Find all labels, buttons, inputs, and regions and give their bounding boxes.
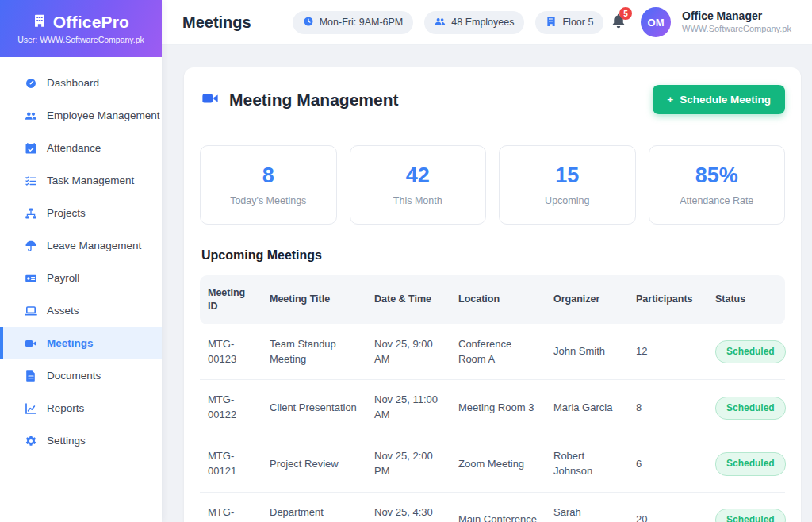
topbar-right: 5 OM Office Manager WWW.SoftwareCompany.… xyxy=(611,7,791,37)
main-content: Meeting Management + Schedule Meeting 8 … xyxy=(162,45,812,522)
floor-badge: Floor 5 xyxy=(535,11,603,34)
building-icon xyxy=(546,16,557,29)
dashboard-icon xyxy=(24,76,37,90)
app-root: OfficePro User: WWW.SoftwareCompany.pk D… xyxy=(0,0,812,522)
meeting-location: Zoom Meeting xyxy=(450,444,546,485)
office-hours-badge: Mon-Fri: 9AM-6PM xyxy=(293,11,414,34)
col-participants: Participants xyxy=(628,282,707,317)
sidebar-item-label: Task Management xyxy=(47,175,134,186)
sidebar-item-settings[interactable]: Settings xyxy=(0,424,162,457)
meeting-location: Meeting Room 3 xyxy=(450,388,546,428)
tasks-list-icon xyxy=(24,174,37,187)
meeting-title: Client Presentation xyxy=(262,388,366,428)
table-row[interactable]: MTG-00122 Client Presentation Nov 25, 11… xyxy=(200,380,785,436)
meeting-organizer: John Smith xyxy=(546,332,628,372)
sidebar-item-leave-management[interactable]: Leave Management xyxy=(0,229,162,262)
stat-label: Attendance Rate xyxy=(680,195,753,206)
sidebar-item-payroll[interactable]: Payroll xyxy=(0,262,162,294)
leave-umbrella-icon xyxy=(24,239,37,252)
avatar[interactable]: OM xyxy=(641,7,671,37)
status-badge: Scheduled xyxy=(715,452,786,475)
meeting-id: MTG-00121 xyxy=(200,436,262,492)
upcoming-meetings-title: Upcoming Meetings xyxy=(201,248,785,263)
meeting-participants: 12 xyxy=(628,332,707,372)
reports-chart-icon xyxy=(24,401,37,415)
table-row[interactable]: MTG-00121 Project Review Nov 25, 2:00 PM… xyxy=(200,436,785,493)
stat-label: Today's Meetings xyxy=(230,195,306,206)
meeting-id: MTG-00123 xyxy=(200,324,262,380)
settings-gear-icon xyxy=(24,434,37,447)
sidebar-item-label: Leave Management xyxy=(47,240,141,251)
status-badge: Scheduled xyxy=(715,340,786,363)
sidebar-item-employee-management[interactable]: Employee Management xyxy=(0,99,162,132)
office-hours-label: Mon-Fri: 9AM-6PM xyxy=(320,17,404,28)
stat-upcoming: 15 Upcoming xyxy=(499,145,636,225)
plus-icon: + xyxy=(667,94,673,106)
stats-row: 8 Today's Meetings 42 This Month 15 Upco… xyxy=(200,145,785,225)
sidebar-item-label: Settings xyxy=(47,435,86,447)
sidebar-item-attendance[interactable]: Attendance xyxy=(0,132,162,164)
notification-count-badge: 5 xyxy=(619,7,632,20)
sidebar-item-task-management[interactable]: Task Management xyxy=(0,164,162,197)
stat-label: This Month xyxy=(393,195,442,206)
sidebar-item-meetings[interactable]: Meetings xyxy=(0,327,162,359)
status-badge: Scheduled xyxy=(715,509,786,522)
projects-sitemap-icon xyxy=(24,206,37,220)
video-camera-icon xyxy=(200,90,220,110)
col-date-time: Date & Time xyxy=(366,282,450,317)
stat-value: 8 xyxy=(262,163,274,188)
sidebar-item-label: Attendance xyxy=(47,142,101,154)
meeting-organizer: Maria Garcia xyxy=(546,388,628,428)
sidebar-item-dashboard[interactable]: Dashboard xyxy=(0,67,162,99)
sidebar-item-projects[interactable]: Projects xyxy=(0,197,162,229)
sidebar: OfficePro User: WWW.SoftwareCompany.pk D… xyxy=(0,0,162,522)
sidebar-item-label: Assets xyxy=(47,305,79,317)
info-badges: Mon-Fri: 9AM-6PM 48 Employees Floor 5 xyxy=(293,11,604,34)
schedule-meeting-button[interactable]: + Schedule Meeting xyxy=(653,85,785,114)
divider xyxy=(200,129,785,129)
employee-count-badge: 48 Employees xyxy=(424,11,524,34)
sidebar-item-label: Projects xyxy=(47,207,86,219)
attendance-calendar-icon xyxy=(24,141,37,155)
notifications-button[interactable]: 5 xyxy=(611,13,626,32)
sidebar-item-label: Documents xyxy=(47,370,101,382)
sidebar-nav: Dashboard Employee Management Attendance… xyxy=(0,57,162,457)
sidebar-item-assets[interactable]: Assets xyxy=(0,294,162,327)
stat-this-month: 42 This Month xyxy=(350,145,487,225)
clock-icon xyxy=(303,16,314,29)
table-row[interactable]: MTG-00123 Team Standup Meeting Nov 25, 9… xyxy=(200,324,785,381)
meeting-participants: 8 xyxy=(628,388,707,428)
user-name: Office Manager xyxy=(682,10,791,24)
brand-name: OfficePro xyxy=(53,13,129,32)
meetings-table: Meeting ID Meeting Title Date & Time Loc… xyxy=(200,275,785,522)
stat-attendance-rate: 85% Attendance Rate xyxy=(649,145,786,225)
employee-count-label: 48 Employees xyxy=(451,17,514,28)
col-organizer: Organizer xyxy=(546,282,628,317)
stat-value: 85% xyxy=(695,163,738,188)
topbar: Meetings Mon-Fri: 9AM-6PM 48 Employees F… xyxy=(162,0,812,45)
meeting-title: Project Review xyxy=(262,444,366,485)
sidebar-item-reports[interactable]: Reports xyxy=(0,392,162,424)
document-file-icon xyxy=(24,369,37,382)
status-badge: Scheduled xyxy=(715,397,786,420)
sidebar-item-documents[interactable]: Documents xyxy=(0,359,162,392)
col-meeting-id: Meeting ID xyxy=(200,275,262,324)
col-location: Location xyxy=(450,282,546,317)
meeting-organizer: Sarah Williams xyxy=(546,493,628,522)
sidebar-item-label: Employee Management xyxy=(47,109,160,121)
brand-logo-block: OfficePro User: WWW.SoftwareCompany.pk xyxy=(0,0,162,57)
meeting-id: MTG-00120 xyxy=(200,493,262,522)
building-icon xyxy=(33,13,47,31)
meeting-datetime: Nov 25, 11:00 AM xyxy=(366,380,450,436)
meeting-datetime: Nov 25, 4:30 PM xyxy=(366,493,450,522)
col-meeting-title: Meeting Title xyxy=(262,282,366,317)
meeting-title: Department Meeting xyxy=(262,493,366,522)
user-meta: Office Manager WWW.SoftwareCompany.pk xyxy=(682,10,791,34)
sidebar-item-label: Payroll xyxy=(47,272,79,284)
brand-user-line: User: WWW.SoftwareCompany.pk xyxy=(17,35,144,44)
meeting-location: Main Conference xyxy=(450,500,546,522)
meeting-participants: 6 xyxy=(628,444,707,485)
meeting-location: Conference Room A xyxy=(450,324,546,380)
table-row[interactable]: MTG-00120 Department Meeting Nov 25, 4:3… xyxy=(200,493,785,522)
meeting-id: MTG-00122 xyxy=(200,380,262,436)
